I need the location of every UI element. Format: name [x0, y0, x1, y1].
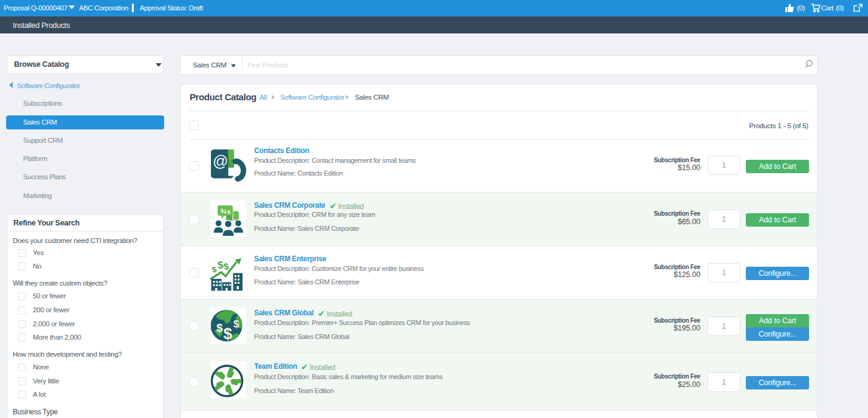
svg-text:$: $ [223, 261, 230, 272]
svg-text:$: $ [227, 209, 230, 215]
svg-text:$: $ [224, 324, 233, 343]
svg-text:$: $ [216, 321, 223, 334]
svg-text:@: @ [213, 152, 228, 170]
svg-text:$: $ [212, 264, 218, 274]
svg-text:$: $ [233, 318, 239, 330]
svg-text:$: $ [221, 208, 224, 214]
